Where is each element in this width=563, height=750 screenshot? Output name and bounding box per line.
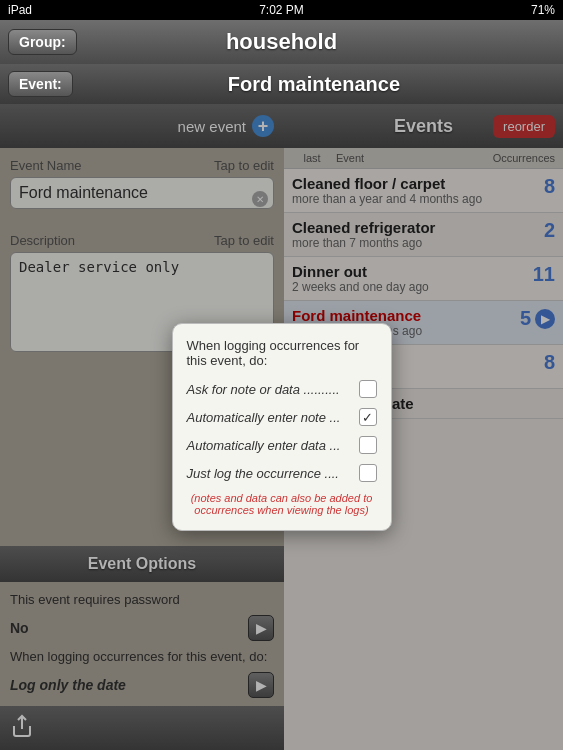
popup-option-label: Automatically enter data ... <box>187 438 359 453</box>
sub-header-title: Ford maintenance <box>73 73 555 96</box>
header-title: household <box>226 29 337 55</box>
popup: When logging occurrences for this event,… <box>172 323 392 531</box>
popup-option-row[interactable]: Just log the occurrence .... <box>187 464 377 482</box>
popup-footer: (notes and data can also be added to occ… <box>187 492 377 516</box>
popup-option-checkbox[interactable] <box>359 436 377 454</box>
battery: 71% <box>531 3 555 17</box>
popup-overlay[interactable]: When logging occurrences for this event,… <box>0 104 563 750</box>
popup-option-label: Ask for note or data .......... <box>187 382 359 397</box>
popup-option-checkbox[interactable] <box>359 464 377 482</box>
sub-header: Event: Ford maintenance <box>0 64 563 104</box>
group-button[interactable]: Group: <box>8 29 77 55</box>
popup-option-row[interactable]: Automatically enter note ...✓ <box>187 408 377 426</box>
popup-options: Ask for note or data ..........Automatic… <box>187 380 377 482</box>
popup-option-label: Just log the occurrence .... <box>187 466 359 481</box>
popup-title: When logging occurrences for this event,… <box>187 338 377 368</box>
popup-option-row[interactable]: Ask for note or data .......... <box>187 380 377 398</box>
popup-option-label: Automatically enter note ... <box>187 410 359 425</box>
popup-option-checkbox[interactable]: ✓ <box>359 408 377 426</box>
time: 7:02 PM <box>259 3 304 17</box>
popup-option-row[interactable]: Automatically enter data ... <box>187 436 377 454</box>
popup-option-checkbox[interactable] <box>359 380 377 398</box>
main-content: new event + Event Name Tap to edit ✕ Des… <box>0 104 563 750</box>
carrier: iPad <box>8 3 32 17</box>
main-header: Group: household <box>0 20 563 64</box>
status-bar: iPad 7:02 PM 71% <box>0 0 563 20</box>
event-button[interactable]: Event: <box>8 71 73 97</box>
